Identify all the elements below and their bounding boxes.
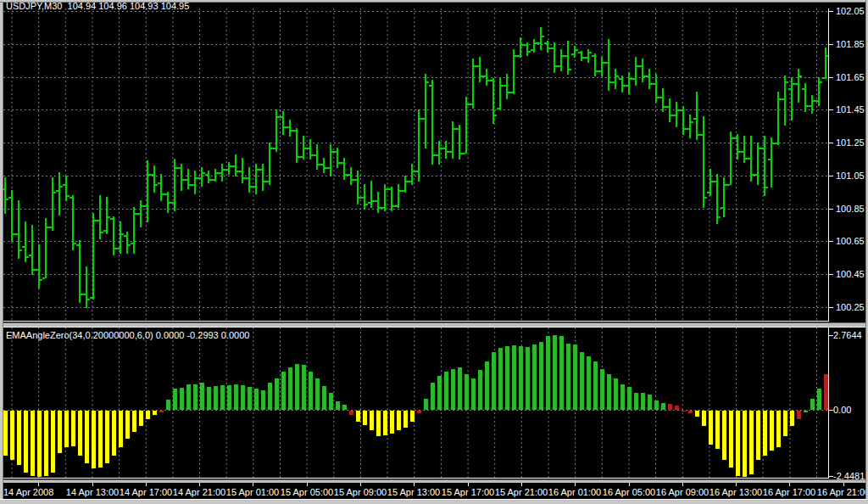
price-axis-tick [829,143,833,143]
indicator-label: EMAAngleZero(34,0.20000000,6,0) 0.0000 -… [6,330,249,340]
time-axis-label: 15 Apr 21:00 [495,487,548,497]
price-axis-tick [829,109,833,110]
time-axis-tick [414,483,415,486]
indicator-canvas [3,328,828,478]
price-axis-label: 100.25 [836,302,865,312]
window-frame-left [0,0,3,504]
indicator-axis-label: -2.4481 [833,471,865,481]
time-axis-tick [682,483,683,486]
price-axis-label: 100.45 [836,269,865,279]
price-chart-panel[interactable] [3,8,829,322]
price-axis-tick [829,307,833,308]
time-axis-tick [789,483,790,486]
price-axis-label: 100.65 [836,236,865,246]
price-axis-label: 101.85 [836,39,865,49]
time-axis-tick [307,483,308,486]
time-axis-label: 16 Apr 21:00 [817,487,868,497]
price-axis-label: 101.65 [836,72,865,82]
price-axis-tick [829,209,833,210]
time-axis[interactable]: 14 Apr 200814 Apr 13:0014 Apr 17:0014 Ap… [0,483,868,499]
price-chart-canvas [3,8,828,321]
price-axis-tick [829,241,833,242]
time-axis-label: 16 Apr 17:00 [763,487,815,497]
time-axis-label: 15 Apr 13:00 [387,487,440,497]
chart-title: USDJPY,M30 104.94 104.96 104.93 104.95 [6,1,189,11]
price-axis-label: 101.25 [836,137,865,148]
price-axis-tick [829,176,833,176]
indicator-axis-label: 0.00 [833,405,851,415]
price-axis-label: 100.85 [836,204,865,214]
window-frame-bottom [0,499,868,504]
price-axis-tick [829,77,833,78]
price-axis-tick [829,274,833,275]
time-axis-tick [360,483,361,486]
time-axis-label: 16 Apr 09:00 [656,487,709,497]
price-axis-tick [829,44,833,45]
time-axis-tick [253,483,253,486]
time-axis-tick [629,483,630,486]
time-axis-label: 16 Apr 01:00 [548,487,601,497]
time-axis-tick [521,483,522,486]
time-axis-tick [199,483,200,486]
time-axis-label: 15 Apr 17:00 [442,487,494,497]
time-axis-label: 15 Apr 09:00 [334,487,387,497]
time-axis-tick [38,483,39,486]
price-axis-label: 101.05 [836,171,865,181]
time-axis-tick [575,483,576,486]
price-axis-tick [829,11,833,12]
time-axis-label: 14 Apr 13:00 [66,487,119,497]
time-axis-label: 15 Apr 01:00 [226,487,279,497]
time-axis-tick [146,483,147,486]
time-axis-label: 14 Apr 21:00 [173,487,225,497]
time-axis-tick [92,483,93,486]
indicator-axis-label: 2.7644 [833,330,862,340]
time-axis-label: 16 Apr 05:00 [603,487,655,497]
time-axis-label: 15 Apr 05:00 [281,487,333,497]
time-axis-label: 16 Apr 13:00 [709,487,762,497]
price-axis-label: 102.05 [836,6,865,16]
time-axis-tick [736,483,737,486]
time-axis-label: 14 Apr 2008 [3,487,53,497]
time-axis-tick [843,483,844,486]
time-axis-label: 14 Apr 17:00 [120,487,172,497]
indicator-panel[interactable] [3,328,829,479]
mt4-chart-window: USDJPY,M30 104.94 104.96 104.93 104.95 E… [0,0,868,504]
price-axis-label: 101.45 [836,104,865,115]
time-axis-tick [468,483,469,486]
